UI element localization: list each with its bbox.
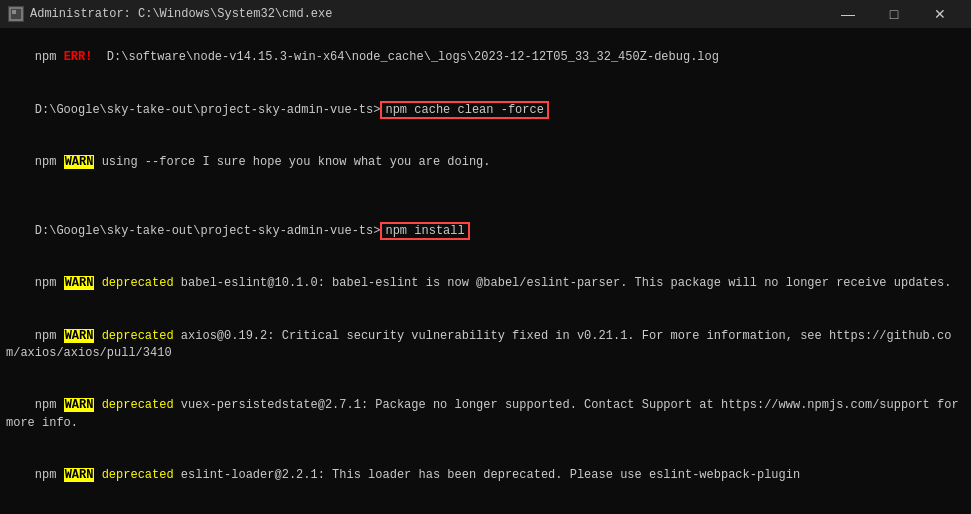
terminal-line: npm WARN deprecated vuex-persistedstate@…: [6, 380, 965, 450]
terminal-line: npm ERR! D:\software\node-v14.15.3-win-x…: [6, 32, 965, 84]
terminal-line-cmd2: D:\Google\sky-take-out\project-sky-admin…: [6, 206, 965, 258]
terminal-line: npm WARN deprecated html-webpack-plugin@…: [6, 502, 965, 514]
close-button[interactable]: ✕: [917, 0, 963, 28]
terminal-line: npm WARN using --force I sure hope you k…: [6, 136, 965, 188]
terminal-line-cmd1: D:\Google\sky-take-out\project-sky-admin…: [6, 84, 965, 136]
maximize-button[interactable]: □: [871, 0, 917, 28]
svg-rect-1: [12, 10, 16, 14]
terminal-line: npm WARN deprecated eslint-loader@2.2.1:…: [6, 449, 965, 501]
terminal-line: npm WARN deprecated axios@0.19.2: Critic…: [6, 310, 965, 380]
title-bar: Administrator: C:\Windows\System32\cmd.e…: [0, 0, 971, 28]
terminal-content: npm ERR! D:\software\node-v14.15.3-win-x…: [0, 28, 971, 514]
window-icon: [8, 6, 24, 22]
minimize-button[interactable]: —: [825, 0, 871, 28]
terminal-line: npm WARN deprecated babel-eslint@10.1.0:…: [6, 258, 965, 310]
window-title: Administrator: C:\Windows\System32\cmd.e…: [30, 7, 332, 21]
